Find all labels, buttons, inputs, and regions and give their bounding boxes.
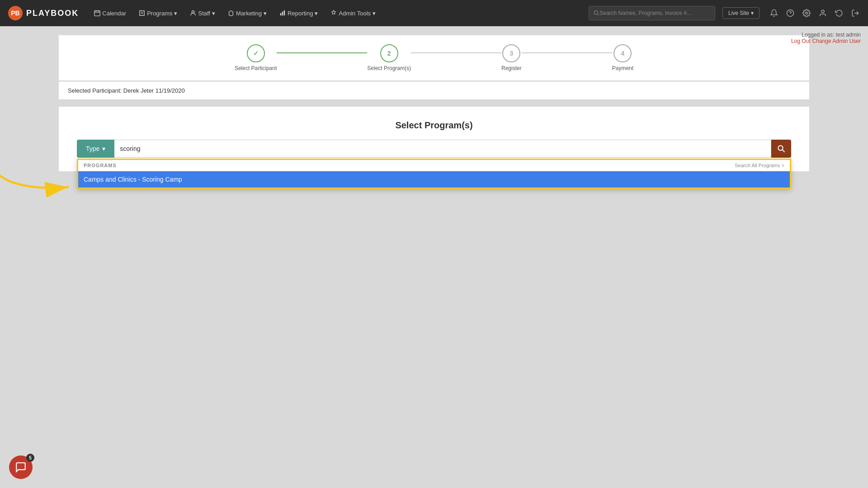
step-4-label: Payment <box>612 65 633 71</box>
step-4-circle: 4 <box>613 44 632 62</box>
nav-programs-label: Programs <box>147 10 172 17</box>
svg-text:PB: PB <box>11 9 19 17</box>
user-profile-button[interactable] <box>817 8 828 19</box>
nav-admin-tools[interactable]: Admin Tools ▾ <box>326 7 380 19</box>
help-icon <box>786 9 794 17</box>
help-button[interactable] <box>785 8 796 19</box>
stepper-container: ✓ Select Participant 2 Select Program(s)… <box>59 35 809 80</box>
search-icon <box>777 145 785 153</box>
dropdown-item-0-label: Camps and Clinics - Scoring Camp <box>84 176 182 183</box>
svg-rect-9 <box>280 13 282 15</box>
log-out-link[interactable]: Log OutChange Admin User <box>791 38 861 44</box>
search-all-programs-link[interactable]: Search All Programs > <box>735 163 784 168</box>
programs-icon <box>139 10 145 16</box>
step-1-circle: ✓ <box>247 44 265 62</box>
logout-button[interactable] <box>850 8 861 19</box>
dropdown-header: PROGRAMS Search All Programs > <box>78 160 790 171</box>
svg-point-16 <box>806 12 808 14</box>
live-site-label: Live Site <box>728 10 749 16</box>
nav-reporting[interactable]: Reporting ▾ <box>275 7 322 19</box>
change-admin-link[interactable]: Change Admin User <box>812 38 861 44</box>
arrow-svg <box>0 153 77 207</box>
selected-participant-text: Selected Participant: Derek Jeter 11/19/… <box>68 87 185 94</box>
brand-name: PLAYBOOK <box>26 9 79 18</box>
nav-marketing[interactable]: Marketing ▾ <box>223 7 271 19</box>
marketing-chevron-icon: ▾ <box>264 10 267 17</box>
nav-calendar-label: Calendar <box>102 10 126 17</box>
step-2-circle: 2 <box>380 44 398 62</box>
global-search-input[interactable] <box>599 10 710 16</box>
global-search-bar[interactable] <box>589 6 715 20</box>
participant-bar: Selected Participant: Derek Jeter 11/19/… <box>59 81 809 99</box>
step-3-circle: 3 <box>502 44 520 62</box>
global-search-icon <box>594 10 599 16</box>
calendar-icon <box>94 10 100 16</box>
step-1: ✓ Select Participant <box>235 44 277 71</box>
admin-tools-icon <box>330 10 337 16</box>
live-site-chevron-icon: ▾ <box>751 10 754 16</box>
step-1-label: Select Participant <box>235 65 277 71</box>
svg-point-17 <box>821 10 824 13</box>
step-2: 2 Select Program(s) <box>367 44 411 71</box>
nav-staff-label: Staff <box>198 10 210 17</box>
svg-rect-2 <box>94 11 100 16</box>
svg-line-13 <box>598 14 599 15</box>
svg-point-20 <box>778 145 783 150</box>
dropdown-item-0[interactable]: Camps and Clinics - Scoring Camp <box>78 171 790 188</box>
programs-chevron-icon: ▾ <box>174 10 177 17</box>
step-connector-3-4 <box>522 52 612 53</box>
brand-logo-icon: PB <box>7 5 24 21</box>
undo-icon <box>835 9 843 17</box>
step-connector-2-3 <box>411 52 501 53</box>
search-and-dropdown-area: Type ▾ PROGRAMS Search All Programs > Ca… <box>77 140 791 158</box>
type-button-label: Type <box>86 145 99 152</box>
logged-in-text: Logged in as: test admin <box>791 32 861 38</box>
step-4: 4 Payment <box>612 44 633 71</box>
programs-section-title: Select Program(s) <box>77 120 791 131</box>
type-chevron-icon: ▾ <box>102 145 105 152</box>
chat-badge: 5 <box>26 454 34 462</box>
type-dropdown-button[interactable]: Type ▾ <box>77 140 114 158</box>
settings-button[interactable] <box>801 8 812 19</box>
staff-icon <box>190 10 196 16</box>
chat-icon <box>15 461 27 473</box>
logout-icon <box>851 9 859 17</box>
chat-widget[interactable]: 5 <box>9 455 33 479</box>
nav-reporting-label: Reporting <box>288 10 313 17</box>
program-search-row: Type ▾ <box>77 140 791 158</box>
program-search-button[interactable] <box>771 140 791 158</box>
notifications-button[interactable] <box>769 8 779 19</box>
navbar-icons <box>769 8 861 19</box>
admin-tools-chevron-icon: ▾ <box>373 10 376 17</box>
nav-calendar[interactable]: Calendar <box>90 7 131 19</box>
nav-staff[interactable]: Staff ▾ <box>185 7 220 19</box>
step-3-label: Register <box>501 65 522 71</box>
program-dropdown-panel: PROGRAMS Search All Programs > Camps and… <box>77 159 791 189</box>
marketing-icon <box>228 10 234 16</box>
user-info-panel: Logged in as: test admin Log OutChange A… <box>791 32 861 44</box>
step-connector-1-2 <box>277 52 367 53</box>
nav-admin-tools-label: Admin Tools <box>339 10 371 17</box>
staff-chevron-icon: ▾ <box>212 10 215 17</box>
reporting-chevron-icon: ▾ <box>315 10 318 17</box>
gear-icon <box>802 9 811 17</box>
undo-button[interactable] <box>834 8 844 19</box>
nav-marketing-label: Marketing <box>236 10 262 17</box>
nav-programs[interactable]: Programs ▾ <box>134 7 182 19</box>
brand-logo-area[interactable]: PB PLAYBOOK <box>7 5 79 21</box>
svg-rect-11 <box>284 10 285 15</box>
live-site-button[interactable]: Live Site ▾ <box>722 7 760 19</box>
svg-line-21 <box>783 150 785 152</box>
dropdown-programs-label: PROGRAMS <box>84 163 117 168</box>
program-search-input[interactable] <box>114 140 771 158</box>
user-icon <box>819 9 827 17</box>
programs-section: Select Program(s) Type ▾ <box>59 107 809 171</box>
arrow-annotation <box>0 153 77 209</box>
step-2-label: Select Program(s) <box>367 65 411 71</box>
navbar: PB PLAYBOOK Calendar Programs ▾ Staff ▾ … <box>0 0 868 26</box>
bell-icon <box>770 9 778 17</box>
svg-point-8 <box>192 11 194 13</box>
reporting-icon <box>279 10 286 16</box>
svg-point-12 <box>594 11 598 14</box>
svg-rect-10 <box>282 12 283 16</box>
